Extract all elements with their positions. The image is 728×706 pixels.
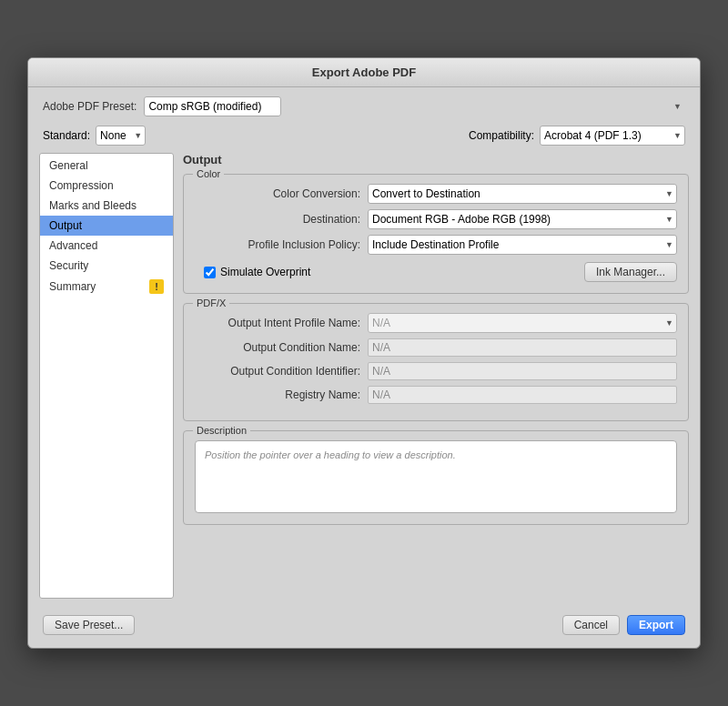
section-title: Output xyxy=(183,153,689,166)
content-area: Output Color Color Conversion: Convert t… xyxy=(183,153,689,599)
ink-manager-button[interactable]: Ink Manager... xyxy=(584,262,677,282)
profile-inclusion-label: Profile Inclusion Policy: xyxy=(195,238,368,251)
output-condition-name-row: Output Condition Name: xyxy=(195,338,677,357)
description-text: Position the pointer over a heading to v… xyxy=(205,449,456,460)
destination-select[interactable]: Document RGB - Adobe RGB (1998) xyxy=(368,209,677,229)
standard-select[interactable]: None xyxy=(96,126,146,146)
output-condition-id-row: Output Condition Identifier: xyxy=(195,362,677,380)
standard-label: Standard: xyxy=(43,129,90,142)
simulate-row: Simulate Overprint Ink Manager... xyxy=(195,262,677,282)
dialog-title: Export Adobe PDF xyxy=(312,66,416,79)
color-conversion-label: Color Conversion: xyxy=(195,187,368,200)
bottom-right: Cancel Export xyxy=(562,615,685,635)
profile-inclusion-row: Profile Inclusion Policy: Include Destin… xyxy=(195,235,677,255)
output-condition-id-input[interactable] xyxy=(368,362,677,380)
export-pdf-dialog: Export Adobe PDF Adobe PDF Preset: Comp … xyxy=(27,57,701,649)
standard-row: Standard: None Compatibility: Acrobat 4 … xyxy=(28,122,700,153)
sidebar-item-summary[interactable]: Summary ! xyxy=(40,276,173,298)
standard-group: Standard: None xyxy=(43,126,146,146)
title-bar: Export Adobe PDF xyxy=(28,58,700,87)
registry-name-input[interactable] xyxy=(368,386,677,404)
output-intent-select[interactable]: N/A xyxy=(368,313,677,333)
preset-label: Adobe PDF Preset: xyxy=(43,100,136,113)
description-group: Description Position the pointer over a … xyxy=(183,430,689,525)
output-intent-label: Output Intent Profile Name: xyxy=(195,317,368,329)
simulate-overprint-checkbox[interactable] xyxy=(204,267,216,278)
sidebar-item-marks-bleeds[interactable]: Marks and Bleeds xyxy=(40,196,173,216)
export-button[interactable]: Export xyxy=(627,615,685,635)
registry-name-label: Registry Name: xyxy=(195,388,368,401)
warning-icon: ! xyxy=(149,279,164,294)
cancel-button[interactable]: Cancel xyxy=(562,615,620,635)
sidebar-item-compression[interactable]: Compression xyxy=(40,176,173,196)
pdfx-group-title: PDF/X xyxy=(193,298,229,308)
compatibility-group: Compatibility: Acrobat 4 (PDF 1.3) xyxy=(469,126,685,146)
simulate-overprint-label: Simulate Overprint xyxy=(220,266,310,278)
profile-inclusion-select[interactable]: Include Destination Profile xyxy=(368,235,677,255)
pdfx-group: PDF/X Output Intent Profile Name: N/A Ou… xyxy=(183,303,689,421)
main-area: General Compression Marks and Bleeds Out… xyxy=(28,153,700,606)
color-conversion-select[interactable]: Convert to Destination xyxy=(368,184,677,204)
output-condition-name-input[interactable] xyxy=(368,338,677,357)
color-conversion-row: Color Conversion: Convert to Destination xyxy=(195,184,677,204)
sidebar-item-advanced[interactable]: Advanced xyxy=(40,236,173,256)
sidebar-item-general[interactable]: General xyxy=(40,156,173,176)
color-group-title: Color xyxy=(193,168,224,179)
save-preset-button[interactable]: Save Preset... xyxy=(43,615,135,635)
color-group: Color Color Conversion: Convert to Desti… xyxy=(183,174,689,294)
compatibility-label: Compatibility: xyxy=(469,129,534,142)
compatibility-select[interactable]: Acrobat 4 (PDF 1.3) xyxy=(540,126,685,146)
preset-select[interactable]: Comp sRGB (modified) xyxy=(144,96,281,116)
registry-name-row: Registry Name: xyxy=(195,386,677,404)
output-intent-row: Output Intent Profile Name: N/A xyxy=(195,313,677,333)
sidebar-item-output[interactable]: Output xyxy=(40,216,173,236)
destination-row: Destination: Document RGB - Adobe RGB (1… xyxy=(195,209,677,229)
bottom-bar: Save Preset... Cancel Export xyxy=(28,606,700,648)
output-condition-id-label: Output Condition Identifier: xyxy=(195,365,368,378)
sidebar-item-security[interactable]: Security xyxy=(40,256,173,276)
description-box: Position the pointer over a heading to v… xyxy=(195,440,677,513)
simulate-left: Simulate Overprint xyxy=(204,266,310,278)
sidebar: General Compression Marks and Bleeds Out… xyxy=(39,153,174,599)
output-condition-name-label: Output Condition Name: xyxy=(195,341,368,354)
preset-row: Adobe PDF Preset: Comp sRGB (modified) xyxy=(28,87,700,122)
destination-label: Destination: xyxy=(195,213,368,226)
description-group-title: Description xyxy=(193,425,250,436)
